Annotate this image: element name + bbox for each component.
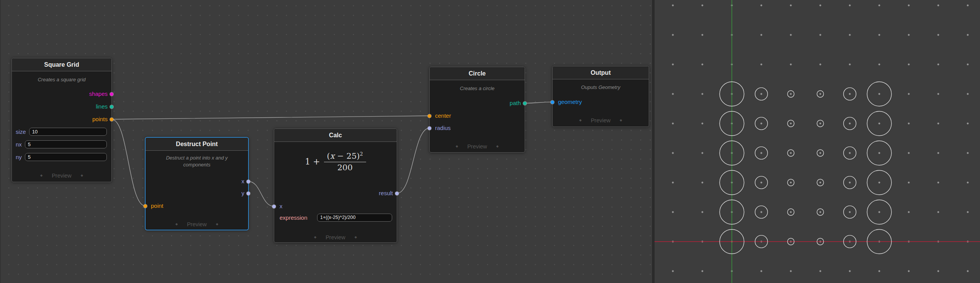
preview-label: Preview xyxy=(467,143,487,150)
node-title[interactable]: Destruct Point xyxy=(146,138,248,151)
rendered-circle xyxy=(844,147,856,160)
param-label-nx: nx xyxy=(16,141,22,148)
port-row-points: points xyxy=(12,115,111,123)
output-port-dot-y[interactable] xyxy=(247,192,250,195)
node-title[interactable]: Circle xyxy=(430,67,525,80)
wire xyxy=(249,181,274,206)
node-calc[interactable]: Calc 1 + (x − 25)2 200 result x expressi… xyxy=(274,128,397,243)
expression-field[interactable] xyxy=(317,214,392,222)
param-row-size: size xyxy=(12,127,111,136)
diamond-icon: ◆ xyxy=(496,142,499,151)
preview-label: Preview xyxy=(591,117,611,123)
param-label-expression: expression xyxy=(280,214,308,221)
rendered-circle xyxy=(755,117,768,130)
port-label-geometry: geometry xyxy=(558,98,582,106)
node-circle[interactable]: Circle Creates a circle path center radi… xyxy=(429,67,525,153)
diamond-icon: ◆ xyxy=(40,171,43,180)
formula-prefix: 1 + xyxy=(305,157,320,166)
port-label-y: y xyxy=(242,189,245,197)
diamond-icon: ◆ xyxy=(175,220,178,229)
input-port-dot-geometry[interactable] xyxy=(551,100,554,104)
input-port-dot-radius[interactable] xyxy=(428,127,431,130)
ny-field[interactable] xyxy=(25,153,107,161)
wire xyxy=(525,102,553,103)
output-port-dot-x[interactable] xyxy=(247,180,250,183)
preview-toggle[interactable]: ◆ Preview ◆ xyxy=(553,116,649,125)
preview-toggle[interactable]: ◆ Preview ◆ xyxy=(12,171,111,180)
viewport-canvas[interactable] xyxy=(654,0,980,283)
formula-denominator: 200 xyxy=(337,162,353,172)
output-port-dot-points[interactable] xyxy=(110,118,113,121)
diamond-icon: ◆ xyxy=(355,233,357,242)
preview-toggle[interactable]: ◆ Preview ◆ xyxy=(430,142,525,151)
wire xyxy=(397,128,430,193)
rendered-circle xyxy=(817,120,823,127)
rendered-circle xyxy=(844,176,856,189)
node-output[interactable]: Output Ouputs Geometry geometry ◆ Previe… xyxy=(552,66,649,127)
rendered-circle xyxy=(787,90,794,97)
port-row-result: result xyxy=(274,189,397,197)
rendered-circle xyxy=(817,90,823,97)
size-field[interactable] xyxy=(29,128,107,136)
port-label-x: x xyxy=(242,177,245,186)
nx-field[interactable] xyxy=(25,140,107,148)
rendered-circle xyxy=(844,88,856,100)
node-description: Ouputs Geometry xyxy=(553,84,649,91)
node-title[interactable]: Calc xyxy=(274,129,397,142)
port-row-x: x xyxy=(146,177,248,186)
wire xyxy=(112,119,146,206)
preview-toggle[interactable]: ◆ Preview ◆ xyxy=(274,233,397,242)
output-port-dot-lines[interactable] xyxy=(110,105,113,109)
param-row-ny: ny xyxy=(12,153,111,161)
port-label-radius: radius xyxy=(435,124,451,132)
param-label-ny: ny xyxy=(16,154,22,160)
rendered-circle xyxy=(787,150,794,156)
rendered-circle xyxy=(844,206,856,219)
port-row-lines: lines xyxy=(12,102,111,111)
node-square-grid[interactable]: Square Grid Creates a square grid shapes… xyxy=(11,58,112,182)
latex-formula: 1 + (x − 25)2 200 xyxy=(274,151,397,172)
rendered-circle xyxy=(867,200,892,224)
rendered-circle xyxy=(867,141,892,165)
port-label-center: center xyxy=(435,112,451,120)
app-window: Square Grid Creates a square grid shapes… xyxy=(0,0,980,283)
input-port-dot-calc-x[interactable] xyxy=(272,205,276,208)
output-port-dot-result[interactable] xyxy=(395,192,399,195)
node-title[interactable]: Square Grid xyxy=(12,58,111,71)
rendered-circle xyxy=(755,147,768,160)
port-label-result: result xyxy=(379,189,393,197)
preview-label: Preview xyxy=(52,173,72,179)
rendered-circle xyxy=(817,209,823,215)
rendered-circle xyxy=(844,117,856,130)
diamond-icon: ◆ xyxy=(81,171,83,180)
preview-label: Preview xyxy=(326,234,345,240)
port-row-radius: radius xyxy=(430,124,525,132)
diamond-icon: ◆ xyxy=(579,116,582,125)
rendered-circle xyxy=(755,88,768,100)
rendered-circle xyxy=(755,176,768,189)
node-destruct-point[interactable]: Destruct Point Destruct a point into x a… xyxy=(145,137,249,230)
input-port-dot-center[interactable] xyxy=(428,114,431,118)
output-port-dot-path[interactable] xyxy=(523,102,527,105)
input-port-dot-point[interactable] xyxy=(144,204,147,208)
preview-toggle[interactable]: ◆ Preview ◆ xyxy=(146,220,248,229)
param-row-nx: nx xyxy=(12,140,111,148)
rendered-circle xyxy=(817,150,823,156)
rendered-circle xyxy=(867,82,892,106)
rendered-circle xyxy=(867,170,892,195)
port-label-calc-x: x xyxy=(280,202,283,211)
rendered-circle xyxy=(755,206,768,219)
port-row-calc-x: x xyxy=(274,202,397,211)
port-row-shapes: shapes xyxy=(12,90,111,98)
port-row-geometry: geometry xyxy=(553,98,649,106)
diamond-icon: ◆ xyxy=(216,220,218,229)
node-editor-canvas[interactable]: Square Grid Creates a square grid shapes… xyxy=(0,0,653,283)
wire xyxy=(112,116,430,119)
output-port-dot-shapes[interactable] xyxy=(110,92,113,96)
rendered-circle xyxy=(787,120,794,127)
param-label-size: size xyxy=(16,128,26,135)
rendered-circle xyxy=(787,209,794,215)
node-description: Destruct a point into x and y components xyxy=(153,155,241,168)
port-row-y: y xyxy=(146,189,248,197)
node-title[interactable]: Output xyxy=(553,66,649,79)
